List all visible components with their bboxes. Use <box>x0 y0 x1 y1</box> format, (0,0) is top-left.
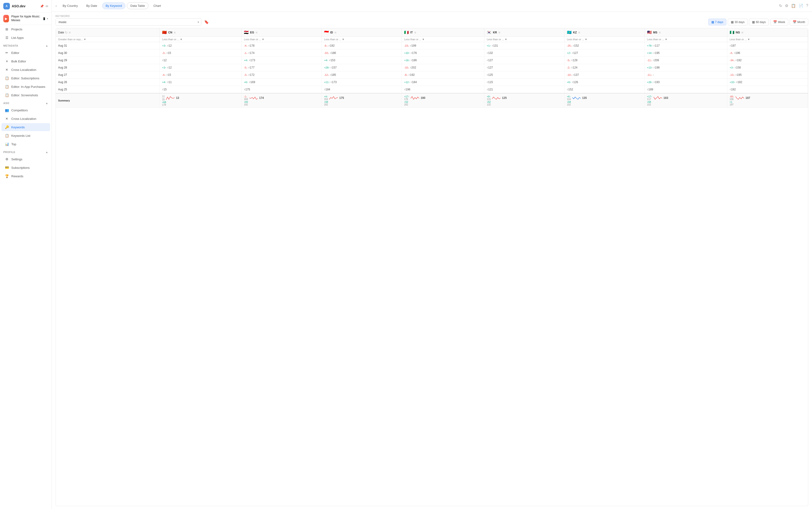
sidebar-item-editor-inapp[interactable]: 📋 Editor: In-App Purchases <box>1 82 50 91</box>
btn-7days[interactable]: ▦ 7 days <box>708 19 726 26</box>
keyword-input[interactable] <box>56 19 201 26</box>
cell-it: #196 <box>402 86 484 94</box>
projects-icon: ⊞ <box>5 27 9 31</box>
time-range-buttons: ▦ 7 days ▦ 30 days ▦ 60 days 📅 Week 📅 Mo… <box>708 19 808 26</box>
col-menu-ms[interactable]: ≡ <box>659 31 661 34</box>
code-ms: MS <box>653 31 658 34</box>
col-menu-ng[interactable]: ≡ <box>741 31 743 34</box>
sidebar-item-editor-subscriptions[interactable]: 📋 Editor: Subscriptions <box>1 74 50 82</box>
cell-eg: #175 <box>242 86 322 94</box>
tab-by-country[interactable]: By Country <box>59 2 81 9</box>
cell-eg: +6↑ #169 <box>242 79 322 86</box>
cell-cn: +3↑ #12 <box>160 42 242 49</box>
sidebar-item-list-apps[interactable]: ☰ List Apps <box>1 34 50 42</box>
copy-icon[interactable]: 📋 <box>791 3 796 8</box>
collapse-metadata-icon[interactable]: ▲ <box>46 44 48 47</box>
sidebar-item-subscriptions[interactable]: 💳 Subscriptions <box>1 164 50 172</box>
sidebar-item-label: Competitors <box>11 108 28 112</box>
back-button[interactable]: ‹ <box>56 4 57 8</box>
sidebar-item-editor-screenshots[interactable]: 📋 Editor: Screenshots <box>1 91 50 99</box>
col-header-date: Date ↻ ≡ <box>56 28 160 37</box>
col-menu-it[interactable]: ≡ <box>414 31 416 34</box>
sidebar-item-projects[interactable]: ⊞ Projects <box>1 25 50 33</box>
filter-icon-cn[interactable]: ▼ <box>180 38 183 41</box>
code-id: ID <box>330 31 333 34</box>
collapse-aso-icon[interactable]: ▲ <box>46 102 48 105</box>
filter-icon-id[interactable]: ▼ <box>342 38 344 41</box>
cell-eg: +4↑ #173 <box>242 57 322 64</box>
export-icon[interactable]: 📄 <box>799 3 803 8</box>
sidebar-item-cross-localization[interactable]: ✕ Cross Localization <box>1 115 50 123</box>
help-icon[interactable]: ? <box>806 3 808 8</box>
device-icon[interactable]: 📱 <box>43 17 46 20</box>
sidebar-item-label: Editor: Screenshots <box>11 94 38 97</box>
cell-kz: +6↑ #126 <box>564 79 644 86</box>
sidebar-item-label: Projects <box>11 28 22 31</box>
sidebar-header: A ASO.dev 📌 ✉ <box>0 0 51 12</box>
filter-icon-ms[interactable]: ▼ <box>665 38 667 41</box>
cell-it: +16↑ #186 <box>402 57 484 64</box>
tab-by-date[interactable]: By Date <box>83 2 101 9</box>
filter-icon-ng[interactable]: ▼ <box>747 38 750 41</box>
editor-icon: ✏ <box>5 50 9 55</box>
sidebar-item-keywords-list[interactable]: 📋 Keywords List <box>1 132 50 140</box>
sidebar-item-top[interactable]: 📊 Top <box>1 140 50 148</box>
top-icon: 📊 <box>5 142 9 146</box>
col-menu-icon[interactable]: ≡ <box>69 31 71 34</box>
btn-week[interactable]: 📅 Week <box>770 19 788 26</box>
summary-id: +4↑153 175 +68 202 <box>322 93 402 108</box>
cell-kz: -10↓ #137 <box>564 71 644 79</box>
bookmark-icon[interactable]: 🔖 <box>203 19 210 25</box>
tab-chart[interactable]: Chart <box>150 2 164 9</box>
flag-ms: 🇲🇾 <box>647 30 652 35</box>
filter-icon-date[interactable]: ▼ <box>83 38 86 41</box>
col-menu-cn[interactable]: ≡ <box>174 31 176 34</box>
chevron-down-icon[interactable]: ▾ <box>47 17 48 20</box>
btn-month[interactable]: 📅 Month <box>790 19 808 26</box>
cell-date: Aug 29 <box>56 57 160 64</box>
col-menu-kr[interactable]: ≡ <box>499 31 500 34</box>
sidebar-item-keywords[interactable]: 🔑 Keywords <box>1 123 50 131</box>
sidebar-item-cross-localization-meta[interactable]: ✕ Cross Localization <box>1 66 50 74</box>
table-row: Aug 29#12+4↑ #173+4↑ #153+16↑ #186#127-5… <box>56 57 808 64</box>
settings-icon[interactable]: ⚙ <box>785 3 788 8</box>
app-row[interactable]: ▶ Player for Apple Music: Meows 📱 ▾ <box>0 12 51 25</box>
filter-icon-eg[interactable]: ▼ <box>262 38 264 41</box>
filter-it: Less than or ... ▼ <box>402 37 484 42</box>
collapse-profile-icon[interactable]: ▲ <box>46 151 48 154</box>
pin-icon[interactable]: 📌 <box>40 4 44 8</box>
cell-kz: -25↓ #152 <box>564 42 644 49</box>
grid-icon: ▦ <box>711 20 714 24</box>
filter-label-ng: Less than or ... <box>730 38 747 41</box>
sidebar-item-competitors[interactable]: 👥 Competitors <box>1 106 50 114</box>
refresh-col-icon[interactable]: ↻ <box>65 31 68 34</box>
summary-eg: -1↓169 174 +60 192 <box>242 93 322 108</box>
metadata-section-header: METADATA ▲ <box>0 42 51 48</box>
col-menu-kz[interactable]: ≡ <box>578 31 580 34</box>
filter-icon-kr[interactable]: ▼ <box>505 38 507 41</box>
mail-icon[interactable]: ✉ <box>46 4 48 8</box>
flag-ng: 🇳🇬 <box>730 30 734 35</box>
cell-it: -10↓ #202 <box>402 64 484 71</box>
tab-data-table[interactable]: Data Table <box>127 2 148 9</box>
subscriptions-icon: 💳 <box>5 166 9 170</box>
metadata-label: METADATA <box>3 44 18 47</box>
sidebar-item-label: Cross Localization <box>11 68 36 72</box>
sidebar-item-rewards[interactable]: 🏆 Rewards <box>1 172 50 180</box>
filter-icon-it[interactable]: ▼ <box>422 38 425 41</box>
code-it: IT <box>410 31 413 34</box>
tab-by-keyword[interactable]: By Keyword <box>102 2 125 9</box>
sidebar-item-label: Editor: In-App Purchases <box>11 85 45 89</box>
col-menu-id[interactable]: ≡ <box>334 31 336 34</box>
grid-icon-30: ▦ <box>731 20 734 24</box>
filter-icon-kz[interactable]: ▼ <box>585 38 587 41</box>
sidebar-item-settings[interactable]: ⚙ Settings <box>1 155 50 163</box>
btn-30days[interactable]: ▦ 30 days <box>728 19 747 26</box>
flag-eg: 🇪🇬 <box>244 30 249 35</box>
sidebar-item-editor[interactable]: ✏ Editor <box>1 49 50 57</box>
refresh-icon[interactable]: ↻ <box>779 3 782 8</box>
cell-kr: +1↑ #131 <box>484 42 564 49</box>
col-menu-eg[interactable]: ≡ <box>255 31 257 34</box>
sidebar-item-bulk-editor[interactable]: ≡ Bulk Editor <box>1 57 50 65</box>
btn-60days[interactable]: ▦ 60 days <box>749 19 769 26</box>
